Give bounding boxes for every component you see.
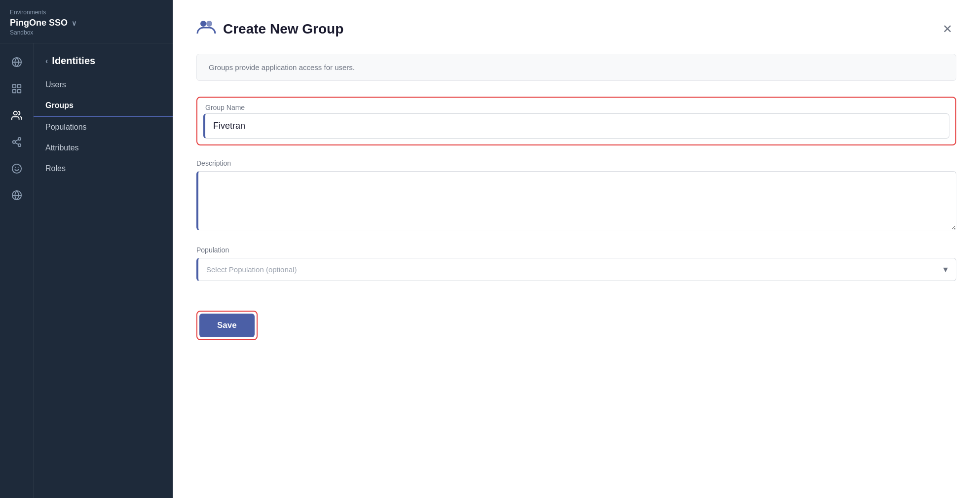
group-name-input[interactable] bbox=[203, 113, 949, 139]
sidebar-item-roles[interactable]: Roles bbox=[34, 158, 173, 179]
svg-point-12 bbox=[12, 164, 21, 173]
population-field-group: Population Select Population (optional) … bbox=[196, 246, 956, 281]
svg-point-6 bbox=[13, 111, 17, 115]
close-button[interactable]: ✕ bbox=[939, 20, 956, 38]
svg-line-10 bbox=[15, 142, 18, 144]
svg-point-17 bbox=[200, 21, 206, 27]
sidebar-section-title: ‹ Identities bbox=[34, 51, 173, 74]
svg-line-11 bbox=[15, 140, 18, 142]
sidebar: Environments PingOne SSO ∨ Sandbox bbox=[0, 0, 173, 498]
sidebar-header: Environments PingOne SSO ∨ Sandbox bbox=[0, 0, 173, 43]
modal-panel: Create New Group ✕ Groups provide applic… bbox=[173, 0, 980, 498]
population-label: Population bbox=[196, 246, 956, 254]
modal-header: Create New Group ✕ bbox=[196, 18, 956, 40]
modal-title-icon bbox=[196, 18, 216, 40]
sidebar-nav: ‹ Identities Users Groups Populations At… bbox=[0, 43, 173, 498]
modal-description: Groups provide application access for us… bbox=[196, 54, 956, 81]
population-select[interactable]: Select Population (optional) bbox=[196, 258, 956, 281]
group-name-label: Group Name bbox=[203, 104, 949, 111]
nav-icon-users[interactable] bbox=[6, 105, 28, 126]
description-field-group: Description bbox=[196, 159, 956, 232]
svg-rect-4 bbox=[12, 90, 15, 93]
svg-point-18 bbox=[206, 21, 212, 27]
description-input[interactable] bbox=[196, 171, 956, 230]
nav-icon-flow[interactable] bbox=[6, 131, 28, 153]
env-chevron-icon: ∨ bbox=[72, 19, 76, 27]
svg-rect-2 bbox=[12, 85, 15, 88]
section-title-text: Identities bbox=[52, 55, 95, 67]
nav-icon-globe2[interactable] bbox=[6, 184, 28, 206]
modal-title-area: Create New Group bbox=[196, 18, 343, 40]
sidebar-menu: ‹ Identities Users Groups Populations At… bbox=[34, 43, 173, 498]
env-name-text: PingOne SSO bbox=[10, 18, 68, 28]
modal-title: Create New Group bbox=[223, 21, 343, 37]
nav-icon-face[interactable] bbox=[6, 158, 28, 179]
sidebar-item-populations[interactable]: Populations bbox=[34, 117, 173, 138]
group-name-field-wrapper: Group Name bbox=[196, 97, 956, 145]
sidebar-item-attributes[interactable]: Attributes bbox=[34, 138, 173, 158]
environments-label: Environments bbox=[10, 9, 163, 16]
env-name[interactable]: PingOne SSO ∨ bbox=[10, 18, 163, 28]
sidebar-item-groups[interactable]: Groups bbox=[34, 95, 173, 117]
nav-icon-globe[interactable] bbox=[6, 51, 28, 73]
save-button[interactable]: Save bbox=[199, 314, 255, 337]
svg-rect-3 bbox=[17, 85, 20, 88]
env-type: Sandbox bbox=[10, 29, 163, 36]
description-label: Description bbox=[196, 159, 956, 167]
nav-icon-grid[interactable] bbox=[6, 78, 28, 100]
back-arrow-icon[interactable]: ‹ bbox=[45, 57, 48, 66]
save-button-wrapper: Save bbox=[196, 311, 258, 340]
main-content: Create New Group ✕ Groups provide applic… bbox=[173, 0, 980, 498]
population-select-wrapper: Select Population (optional) ▼ bbox=[196, 258, 956, 281]
sidebar-icons bbox=[0, 43, 34, 498]
svg-rect-5 bbox=[17, 90, 20, 93]
sidebar-item-users[interactable]: Users bbox=[34, 74, 173, 95]
